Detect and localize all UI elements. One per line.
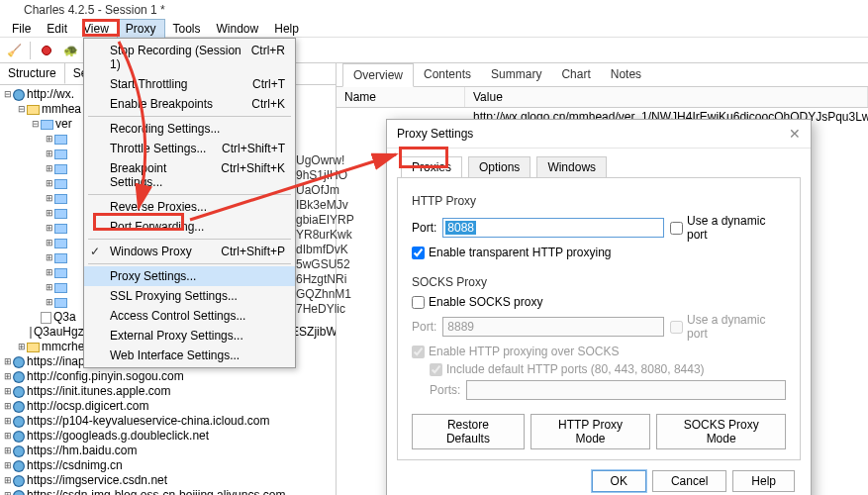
tree-item[interactable]	[69, 191, 72, 206]
tree-file[interactable]: Q3a	[53, 310, 76, 325]
dialog-action-buttons: OK Cancel Help	[387, 460, 811, 495]
tree-folder[interactable]: ver	[55, 117, 72, 132]
file-icon	[30, 327, 32, 339]
folder-icon	[41, 120, 53, 130]
menu-item[interactable]: ✓Windows ProxyCtrl+Shift+P	[84, 242, 295, 261]
dialog-body: HTTP Proxy Port: 8088 Use a dynamic port…	[397, 177, 801, 460]
mode-buttons: Restore Defaults HTTP Proxy Mode SOCKS P…	[412, 404, 786, 453]
menu-item[interactable]: Proxy Settings...	[84, 266, 295, 286]
menu-window[interactable]: Window	[209, 20, 267, 38]
menu-separator	[88, 263, 291, 264]
toolbar-record-icon[interactable]	[37, 41, 56, 60]
globe-icon	[13, 460, 25, 472]
col-value[interactable]: Value	[465, 87, 868, 107]
menu-item-label: Access Control Settings...	[110, 309, 245, 323]
http-proxy-mode-button[interactable]: HTTP Proxy Mode	[530, 414, 651, 449]
globe-icon	[13, 89, 25, 101]
tab-notes[interactable]: Notes	[601, 63, 651, 86]
enable-socks-proxy[interactable]: Enable SOCKS proxy	[412, 295, 542, 309]
annotation-arrow	[99, 40, 178, 218]
menu-item-label: Web Interface Settings...	[110, 348, 240, 362]
folder-icon	[54, 224, 67, 234]
tab-overview[interactable]: Overview	[342, 63, 414, 87]
menu-file[interactable]: File	[4, 20, 39, 38]
tab-options[interactable]: Options	[468, 156, 530, 177]
right-tabs[interactable]: Overview Contents Summary Chart Notes	[337, 63, 868, 87]
folder-icon	[54, 164, 67, 174]
tree-host[interactable]: https://init.itunes.apple.com	[27, 384, 170, 399]
globe-icon	[13, 446, 25, 457]
folder-icon	[54, 209, 67, 219]
folder-icon	[27, 105, 40, 115]
socks-proxy-mode-button[interactable]: SOCKS Proxy Mode	[656, 414, 786, 449]
tab-proxies[interactable]: Proxies	[401, 156, 462, 177]
tree-item[interactable]	[69, 236, 72, 250]
dialog-title: Proxy Settings	[397, 127, 473, 141]
menu-help[interactable]: Help	[266, 20, 307, 38]
menubar[interactable]: File Edit View Proxy Tools Window Help	[0, 20, 868, 38]
menu-item-accel: Ctrl+T	[252, 77, 285, 91]
toolbar-clear-icon[interactable]: 🧹	[4, 41, 24, 60]
menu-item[interactable]: SSL Proxying Settings...	[84, 286, 295, 306]
ports-input	[466, 380, 786, 400]
folder-icon	[54, 298, 67, 308]
tab-contents[interactable]: Contents	[414, 63, 481, 86]
file-icon	[41, 312, 51, 324]
menu-item[interactable]: Access Control Settings...	[84, 306, 295, 326]
tree-item[interactable]	[69, 132, 72, 147]
menu-edit[interactable]: Edit	[39, 20, 75, 38]
tree-item[interactable]	[69, 161, 72, 176]
overview-columns: Name Value	[337, 87, 868, 108]
http-port-input[interactable]: 8088	[442, 218, 664, 238]
tree-item[interactable]	[69, 221, 72, 236]
tab-structure[interactable]: Structure	[0, 63, 65, 84]
globe-icon	[13, 356, 25, 368]
tree-host[interactable]: http://ocsp.digicert.com	[27, 399, 148, 414]
folder-icon	[54, 135, 67, 145]
dialog-tabs[interactable]: Proxies Options Windows	[387, 148, 811, 177]
tree-item[interactable]	[69, 176, 72, 191]
menu-tools[interactable]: Tools	[165, 20, 209, 38]
use-dynamic-port-http[interactable]: Use a dynamic port	[670, 214, 786, 242]
annotation-arrow	[188, 148, 406, 228]
menu-item[interactable]: External Proxy Settings...	[84, 326, 295, 346]
ports-label: Ports:	[430, 383, 460, 397]
toolbar-throttle-icon[interactable]: 🐢	[60, 41, 80, 60]
close-icon[interactable]: ✕	[789, 126, 801, 142]
tree-host[interactable]: https://csdnimg.cn	[27, 458, 123, 473]
tree-host[interactable]: http://config.pinyin.sogou.com	[27, 369, 184, 384]
menu-proxy[interactable]: Proxy	[117, 19, 165, 39]
tree-item[interactable]	[69, 280, 72, 295]
restore-defaults-button[interactable]: Restore Defaults	[412, 414, 525, 449]
tree-host[interactable]: https://hm.baidu.com	[27, 444, 137, 458]
folder-icon	[54, 239, 67, 248]
tree-item[interactable]	[69, 147, 72, 161]
tab-windows[interactable]: Windows	[536, 156, 607, 177]
globe-icon	[13, 386, 25, 398]
menu-view[interactable]: View	[75, 20, 117, 38]
tree-item[interactable]	[69, 250, 72, 265]
tree-item[interactable]	[69, 265, 72, 280]
tab-summary[interactable]: Summary	[481, 63, 551, 86]
ok-button[interactable]: OK	[592, 470, 646, 492]
tree-folder[interactable]: mmhea	[42, 102, 81, 117]
check-icon: ✓	[90, 245, 100, 258]
cancel-button[interactable]: Cancel	[652, 470, 726, 492]
titlebar: Charles 4.2.5 - Session 1 *	[0, 0, 868, 20]
tree-host[interactable]: https://p104-keyvalueservice-china.iclou…	[27, 414, 269, 429]
use-dynamic-port-socks: Use a dynamic port	[670, 313, 786, 341]
menu-item[interactable]: Web Interface Settings...	[84, 346, 295, 365]
tab-chart[interactable]: Chart	[551, 63, 600, 86]
tree-host[interactable]: http://wx.	[27, 87, 74, 102]
http-over-socks: Enable HTTP proxying over SOCKS	[412, 345, 620, 358]
tree-item[interactable]	[69, 206, 72, 221]
socks-port-input	[442, 317, 664, 337]
tree-host[interactable]: https://csdn-img-blog.oss-cn-beijing.ali…	[27, 488, 285, 495]
enable-transparent-proxy[interactable]: Enable transparent HTTP proxying	[412, 246, 612, 259]
help-button[interactable]: Help	[732, 470, 795, 492]
col-name[interactable]: Name	[337, 87, 465, 107]
tree-host[interactable]: https://imgservice.csdn.net	[27, 473, 167, 488]
tree-item[interactable]	[69, 295, 72, 310]
menu-item-accel: Ctrl+R	[251, 44, 285, 71]
tree-host[interactable]: https://googleads.g.doubleclick.net	[27, 429, 209, 444]
